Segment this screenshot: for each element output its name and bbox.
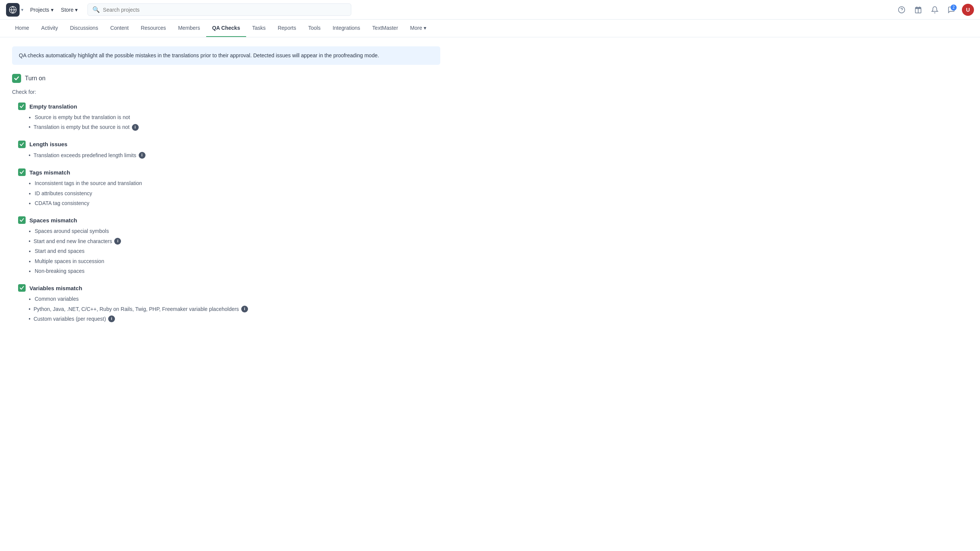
length-issues-items: • Translation exceeds predefined length … [18,151,440,159]
messages-button[interactable]: 2 [945,4,958,16]
info-icon[interactable]: i [108,316,115,322]
list-item: • Start and end new line characters i [29,237,440,245]
spaces-mismatch-items: Spaces around special symbols • Start an… [18,227,440,275]
variables-mismatch-checkbox[interactable] [18,284,25,292]
tab-more[interactable]: More ▾ [404,20,432,37]
tab-discussions[interactable]: Discussions [64,20,104,37]
list-item: • Custom variables (per request) i [29,315,440,323]
turn-on-checkbox[interactable] [12,74,21,83]
tab-members[interactable]: Members [172,20,206,37]
tab-qa-checks[interactable]: QA Checks [206,20,246,37]
section-length-issues-header: Length issues [18,141,440,148]
top-nav: ▾ Projects ▾ Store ▾ 🔍 [0,0,980,20]
projects-chevron-icon: ▾ [51,7,54,13]
search-icon: 🔍 [92,6,100,13]
list-item: Common variables [35,295,440,303]
page-content: QA checks automatically highlight all th… [0,37,452,341]
section-spaces-mismatch-title: Spaces mismatch [29,217,77,224]
store-nav[interactable]: Store ▾ [57,5,81,15]
tab-tools[interactable]: Tools [302,20,327,37]
info-icon[interactable]: i [139,152,145,159]
messages-badge: 2 [951,5,957,11]
list-item: CDATA tag consistency [35,199,440,207]
projects-label: Projects [30,7,49,13]
info-icon[interactable]: i [241,306,248,313]
length-issues-checkbox[interactable] [18,141,25,148]
section-empty-translation-header: Empty translation [18,103,440,110]
section-variables-mismatch-header: Variables mismatch [18,284,440,292]
tags-mismatch-checkbox[interactable] [18,168,25,176]
tab-content[interactable]: Content [104,20,135,37]
section-empty-translation-title: Empty translation [29,103,77,110]
gift-button[interactable] [912,4,924,16]
list-item: Spaces around special symbols [35,227,440,235]
section-tags-mismatch-title: Tags mismatch [29,169,70,176]
more-chevron-icon: ▾ [424,25,426,31]
tab-activity[interactable]: Activity [35,20,64,37]
section-length-issues-title: Length issues [29,141,67,148]
tab-tasks[interactable]: Tasks [246,20,272,37]
section-variables-mismatch-title: Variables mismatch [29,285,82,291]
check-for-label: Check for: [12,89,440,95]
list-item: Inconsistent tags in the source and tran… [35,179,440,187]
list-item: • Translation exceeds predefined length … [29,151,440,159]
avatar[interactable]: U [962,4,974,16]
secondary-nav: Home Activity Discussions Content Resour… [0,20,980,37]
list-item: Multiple spaces in succession [35,257,440,265]
turn-on-label: Turn on [25,75,46,82]
list-item: • Translation is empty but the source is… [29,123,440,131]
section-tags-mismatch-header: Tags mismatch [18,168,440,176]
info-icon[interactable]: i [114,238,121,245]
tags-mismatch-items: Inconsistent tags in the source and tran… [18,179,440,207]
empty-translation-checkbox[interactable] [18,103,25,110]
info-icon[interactable]: i [132,124,139,131]
empty-translation-items: Source is empty but the translation is n… [18,113,440,132]
turn-on-row: Turn on [12,74,440,83]
info-banner: QA checks automatically highlight all th… [12,46,440,65]
logo-icon [6,3,20,17]
tab-integrations[interactable]: Integrations [326,20,366,37]
section-length-issues: Length issues • Translation exceeds pred… [12,141,440,159]
store-label: Store [61,7,73,13]
search-bar[interactable]: 🔍 [88,3,351,16]
tab-reports[interactable]: Reports [272,20,302,37]
spaces-mismatch-checkbox[interactable] [18,216,25,224]
bell-button[interactable] [929,4,941,16]
projects-nav[interactable]: Projects ▾ [26,5,57,15]
list-item: • Python, Java, .NET, C/C++, Ruby on Rai… [29,305,440,313]
list-item: Source is empty but the translation is n… [35,113,440,121]
tab-home[interactable]: Home [9,20,35,37]
list-item: Non-breaking spaces [35,267,440,275]
help-button[interactable] [896,4,908,16]
section-empty-translation: Empty translation Source is empty but th… [12,103,440,132]
section-spaces-mismatch: Spaces mismatch Spaces around special sy… [12,216,440,275]
top-nav-right: 2 U [896,4,974,16]
store-chevron-icon: ▾ [75,7,78,13]
list-item: ID attributes consistency [35,189,440,197]
logo-area[interactable]: ▾ [6,3,23,17]
tab-resources[interactable]: Resources [135,20,172,37]
logo-chevron-icon[interactable]: ▾ [21,7,23,13]
search-input[interactable] [103,7,347,13]
section-variables-mismatch: Variables mismatch Common variables • Py… [12,284,440,323]
tab-textmaster[interactable]: TextMaster [366,20,404,37]
section-spaces-mismatch-header: Spaces mismatch [18,216,440,224]
variables-mismatch-items: Common variables • Python, Java, .NET, C… [18,295,440,323]
section-tags-mismatch: Tags mismatch Inconsistent tags in the s… [12,168,440,207]
list-item: Start and end spaces [35,247,440,255]
